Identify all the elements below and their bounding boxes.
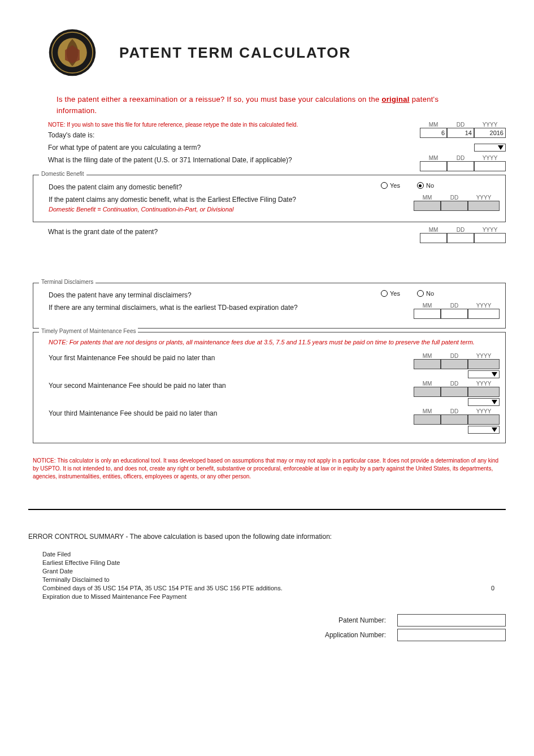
patent-number-label: Patent Number:	[338, 616, 386, 624]
maint2-dropdown[interactable]	[468, 398, 500, 406]
maint1-mm[interactable]	[414, 359, 441, 369]
grant-dd[interactable]	[447, 233, 474, 243]
grant-yyyy[interactable]	[474, 233, 506, 243]
sum-combined: Combined days of 35 USC 154 PTA, 35 USC …	[42, 585, 427, 591]
chevron-down-icon	[498, 145, 503, 150]
sum-grant-date: Grant Date	[42, 568, 427, 574]
chevron-down-icon	[492, 372, 497, 377]
maint2-yyyy[interactable]	[468, 387, 500, 397]
grant-date-label: What is the grant date of the patent?	[48, 227, 387, 237]
maintenance-legend: Timely Payment of Maintenance Fees	[39, 328, 138, 334]
td-yyyy[interactable]	[468, 309, 500, 319]
domestic-claim-label: Does the patent claim any domestic benef…	[49, 182, 370, 192]
maint1-dropdown[interactable]	[468, 370, 500, 378]
maintenance-note: NOTE: For patents that are not designs o…	[49, 337, 500, 351]
eff-filing-label: If the patent claims any domestic benefi…	[49, 195, 381, 205]
page-title: PATENT TERM CALCULATOR	[119, 44, 351, 62]
patent-number-input[interactable]	[397, 614, 506, 627]
divider	[28, 509, 506, 510]
maint-third-label: Your third Maintenance Fee should be pai…	[49, 408, 381, 418]
maint1-dd[interactable]	[441, 359, 468, 369]
maint2-dd[interactable]	[441, 387, 468, 397]
maint2-mm[interactable]	[414, 387, 441, 397]
today-date-label: Today's date is:	[48, 130, 387, 140]
filing-yyyy[interactable]	[474, 161, 506, 171]
eff-dd[interactable]	[441, 201, 468, 211]
terminal-yes-radio[interactable]: Yes	[381, 290, 400, 297]
sum-term-disc: Terminally Disclaimed to	[42, 576, 427, 583]
maint-first-label: Your first Maintenance Fee should be pai…	[49, 353, 381, 363]
domestic-benefit-legend: Domestic Benefit	[39, 171, 86, 177]
domestic-benefit-sub: Domestic Benefit = Continuation, Continu…	[49, 206, 381, 213]
maint1-yyyy[interactable]	[468, 359, 500, 369]
maint3-yyyy[interactable]	[468, 414, 500, 425]
sum-date-filed: Date Filed	[42, 551, 427, 558]
chevron-down-icon	[492, 427, 497, 432]
patent-type-label: For what type of patent are you calculat…	[48, 142, 387, 153]
today-yyyy[interactable]: 2016	[474, 128, 506, 138]
terminal-legend: Terminal Disclaimers	[39, 279, 95, 285]
chevron-down-icon	[492, 400, 497, 404]
domestic-yes-radio[interactable]: Yes	[381, 182, 400, 189]
sum-combined-value: 0	[427, 585, 506, 591]
td-dd[interactable]	[441, 309, 468, 319]
filing-mm[interactable]	[420, 161, 447, 171]
error-summary-title: ERROR CONTROL SUMMARY - The above calcul…	[28, 533, 506, 541]
td-mm[interactable]	[414, 309, 441, 319]
patent-type-dropdown[interactable]	[474, 144, 506, 152]
filing-date-label: What is the filing date of the patent (U…	[48, 155, 387, 165]
domestic-no-radio[interactable]: No	[417, 182, 434, 189]
td-expire-label: If there are any terminal disclaimers, w…	[49, 303, 381, 313]
today-dd[interactable]: 14	[447, 128, 474, 138]
uspto-seal-icon	[48, 28, 97, 77]
eff-mm[interactable]	[414, 201, 441, 211]
terminal-q-label: Does the patent have any terminal discla…	[49, 290, 370, 300]
sum-eff-date: Earliest Effective Filing Date	[42, 559, 427, 566]
grant-mm[interactable]	[420, 233, 447, 243]
app-number-input[interactable]	[397, 629, 506, 641]
app-number-label: Application Number:	[325, 631, 386, 639]
sum-expire: Expiration due to Missed Maintenance Fee…	[42, 593, 427, 600]
save-note: NOTE: If you wish to save this file for …	[48, 122, 477, 128]
maint3-dropdown[interactable]	[468, 426, 500, 434]
filing-dd[interactable]	[447, 161, 474, 171]
terminal-no-radio[interactable]: No	[417, 290, 434, 297]
maint3-dd[interactable]	[441, 414, 468, 425]
maint-second-label: Your second Maintenance Fee should be pa…	[49, 381, 381, 391]
reexam-warning: Is the patent either a reexamination or …	[57, 94, 477, 116]
maint3-mm[interactable]	[414, 414, 441, 425]
today-mm[interactable]: 6	[420, 128, 447, 138]
eff-yyyy[interactable]	[468, 201, 500, 211]
notice-text: NOTICE: This calculator is only an educa…	[33, 457, 501, 481]
